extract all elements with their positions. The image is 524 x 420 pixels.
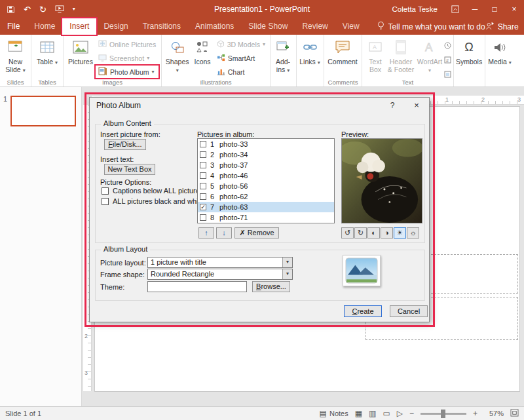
album-picture-row[interactable]: 8photo-71 (198, 212, 334, 223)
tab-file[interactable]: File (0, 18, 27, 35)
black-and-white-checkbox-label[interactable]: ALL pictures black and white (113, 197, 204, 205)
slide-number-icon[interactable]: # (444, 54, 451, 66)
tab-view[interactable]: View (335, 18, 367, 35)
album-picture-row[interactable]: 5photo-56 (198, 181, 334, 191)
album-picture-row[interactable]: 3photo-37 (198, 160, 334, 170)
dialog-close-button[interactable]: × (408, 98, 425, 113)
reading-view-icon[interactable]: ▭ (383, 409, 390, 418)
picture-name: photo-62 (219, 193, 248, 200)
text-box-icon: A (368, 39, 383, 56)
wordart-button[interactable]: A WordArt ▾ (415, 36, 444, 73)
save-icon[interactable] (7, 5, 15, 14)
media-button[interactable]: Media ▾ (487, 36, 512, 66)
browse-button[interactable]: Browse... (252, 281, 290, 292)
dialog-help-button[interactable]: ? (384, 98, 400, 113)
picture-checkbox[interactable] (200, 151, 206, 158)
picture-checkbox[interactable] (200, 214, 206, 221)
tab-animations[interactable]: Animations (188, 18, 241, 35)
album-picture-row-selected[interactable]: ✓7photo-63 (198, 202, 334, 212)
zoom-percentage[interactable]: 57% (484, 410, 504, 417)
tab-slide-show[interactable]: Slide Show (241, 18, 295, 35)
remove-button[interactable]: ✗ Remove (234, 227, 279, 239)
tab-insert[interactable]: Insert (62, 18, 96, 35)
dropdown-arrow-icon[interactable]: ▾ (282, 269, 292, 279)
frame-shape-dropdown[interactable]: Rounded Rectangle ▾ (147, 269, 293, 280)
undo-icon[interactable]: ↶ (24, 5, 31, 14)
captions-checkbox[interactable] (102, 187, 109, 195)
album-picture-row[interactable]: 2photo-34 (198, 149, 334, 160)
tell-me-box[interactable]: Tell me what you want to do (377, 21, 485, 32)
pictures-button[interactable]: Pictures (66, 36, 96, 66)
comment-button[interactable]: Comment (326, 36, 359, 66)
contrast-increase-button[interactable]: ◐ (367, 227, 380, 239)
theme-input[interactable] (147, 281, 247, 292)
online-pictures-button[interactable]: Online Pictures (96, 38, 159, 50)
create-button[interactable]: Create (344, 305, 382, 317)
pictures-in-album-list[interactable]: 1photo-33 2photo-34 3photo-37 4photo-46 … (197, 138, 335, 223)
zoom-slider-thumb[interactable] (441, 410, 445, 418)
slide-thumbnail[interactable] (10, 96, 76, 126)
contrast-decrease-button[interactable]: ◑ (381, 227, 393, 239)
screenshot-button[interactable]: Screenshot ▾ (96, 52, 159, 64)
picture-checkbox[interactable] (200, 162, 206, 168)
album-picture-row[interactable]: 6photo-62 (198, 191, 334, 202)
close-button[interactable]: × (504, 0, 524, 18)
pictures-in-album-label: Pictures in album: (197, 130, 254, 138)
ribbon-display-options-icon[interactable] (445, 0, 465, 18)
notes-button[interactable]: ▤ Notes (320, 409, 348, 418)
black-and-white-checkbox[interactable] (102, 198, 109, 205)
slideshow-view-icon[interactable]: ▷ (397, 409, 403, 418)
header-footer-button[interactable]: Header& Footer (386, 36, 415, 73)
brightness-increase-button[interactable]: ☀ (394, 227, 406, 239)
slide-sorter-view-icon[interactable]: ▥ (369, 409, 376, 418)
picture-checkbox[interactable] (200, 141, 206, 147)
date-time-icon[interactable] (444, 40, 451, 52)
start-slideshow-icon[interactable] (55, 5, 64, 13)
normal-view-icon[interactable]: ▦ (355, 409, 362, 418)
album-picture-row[interactable]: 1photo-33 (198, 139, 334, 149)
3d-models-button[interactable]: 3D Models ▾ (214, 38, 268, 50)
table-button[interactable]: Table ▾ (33, 36, 61, 66)
new-text-box-button[interactable]: New Text Box (104, 164, 155, 175)
smartart-button[interactable]: SmartArt (214, 52, 268, 64)
tab-review[interactable]: Review (295, 18, 335, 35)
symbols-button[interactable]: Ω Symbols (456, 36, 482, 66)
picture-checkbox[interactable]: ✓ (200, 204, 206, 210)
captions-checkbox-label[interactable]: Captions below ALL pictures (113, 187, 203, 195)
cancel-button[interactable]: Cancel (390, 305, 428, 317)
shapes-button[interactable]: Shapes ▾ (164, 36, 191, 73)
rotate-left-button[interactable]: ↺ (341, 227, 354, 239)
restore-button[interactable]: □ (485, 0, 504, 18)
zoom-slider[interactable] (421, 413, 466, 415)
zoom-out-button[interactable]: − (409, 409, 414, 418)
icons-button[interactable]: Icons (191, 36, 214, 66)
move-down-button[interactable]: ↓ (216, 227, 232, 239)
zoom-in-button[interactable]: + (473, 409, 477, 418)
chart-button[interactable]: Chart (214, 66, 268, 78)
text-box-button[interactable]: A TextBox (364, 36, 386, 73)
account-name[interactable]: Coletta Teske (392, 5, 438, 13)
photo-album-button[interactable]: Photo Album ▾ (96, 66, 159, 78)
minimize-button[interactable]: ─ (465, 0, 485, 18)
share-button[interactable]: Share (485, 22, 519, 32)
brightness-decrease-button[interactable]: ☼ (407, 227, 419, 239)
new-slide-button[interactable]: New Slide ▾ (2, 36, 29, 73)
picture-checkbox[interactable] (200, 172, 206, 179)
picture-checkbox[interactable] (200, 193, 206, 200)
picture-layout-dropdown[interactable]: 1 picture with title ▾ (147, 257, 293, 268)
move-up-button[interactable]: ↑ (198, 227, 214, 239)
fit-to-window-icon[interactable] (510, 409, 519, 418)
picture-checkbox[interactable] (200, 183, 206, 189)
album-picture-row[interactable]: 4photo-46 (198, 170, 334, 181)
redo-icon[interactable]: ↻ (39, 5, 47, 14)
tab-transitions[interactable]: Transitions (136, 18, 188, 35)
tab-design[interactable]: Design (96, 18, 135, 35)
dropdown-arrow-icon[interactable]: ▾ (282, 258, 292, 267)
rotate-right-button[interactable]: ↻ (354, 227, 367, 239)
customize-quick-access-icon[interactable]: ▾ (73, 7, 75, 12)
picture-number: 7 (210, 203, 219, 211)
links-button[interactable]: Links ▾ (299, 36, 321, 66)
tab-home[interactable]: Home (27, 18, 62, 35)
add-ins-button[interactable]: Add-ins ▾ (272, 36, 293, 73)
file-disk-button[interactable]: File/Disk... (104, 139, 146, 150)
